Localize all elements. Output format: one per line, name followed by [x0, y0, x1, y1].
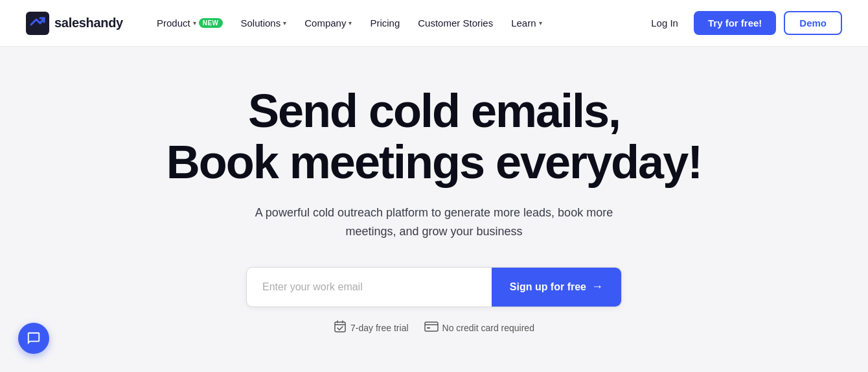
- nav-solutions-label: Solutions: [241, 17, 281, 29]
- hero-subtitle: A powerful cold outreach platform to gen…: [240, 203, 628, 241]
- nav-right: Log In Try for free! Demo: [643, 11, 842, 35]
- nav-item-customer-stories[interactable]: Customer Stories: [410, 12, 501, 34]
- try-free-button[interactable]: Try for free!: [694, 11, 776, 35]
- nav-links: Product ▾ NEW Solutions ▾ Company ▾ Pric…: [149, 12, 643, 34]
- svg-rect-2: [425, 322, 438, 331]
- navbar: saleshandy Product ▾ NEW Solutions ▾ Com…: [0, 0, 868, 47]
- no-card-badge: No credit card required: [424, 321, 534, 335]
- nav-item-company[interactable]: Company ▾: [297, 12, 360, 34]
- new-badge: NEW: [199, 18, 223, 28]
- signup-label: Sign up for free: [510, 281, 586, 293]
- trial-badge: 7-day free trial: [334, 320, 408, 336]
- trust-badges: 7-day free trial No credit card required: [334, 320, 534, 336]
- nav-company-label: Company: [304, 17, 346, 29]
- hero-title-line2: Book meetings everyday!: [166, 136, 702, 188]
- logo-text: saleshandy: [54, 16, 123, 30]
- svg-rect-0: [26, 12, 49, 35]
- nav-product-label: Product: [157, 17, 190, 29]
- demo-button[interactable]: Demo: [784, 11, 842, 35]
- no-card-badge-text: No credit card required: [442, 323, 534, 333]
- chevron-down-icon: ▾: [348, 19, 352, 27]
- svg-rect-3: [427, 327, 430, 329]
- chat-button[interactable]: [18, 323, 49, 354]
- arrow-icon: →: [591, 280, 603, 294]
- nav-item-pricing[interactable]: Pricing: [362, 12, 407, 34]
- email-input[interactable]: [247, 268, 492, 307]
- nav-item-learn[interactable]: Learn ▾: [503, 12, 549, 34]
- chevron-down-icon: ▾: [283, 19, 286, 27]
- nav-pricing-label: Pricing: [370, 17, 400, 29]
- logo[interactable]: saleshandy: [26, 12, 123, 35]
- hero-title: Send cold emails, Book meetings everyday…: [166, 86, 702, 188]
- chevron-down-icon: ▾: [193, 19, 196, 27]
- calendar-icon: [334, 320, 347, 336]
- hero-section: Send cold emails, Book meetings everyday…: [0, 47, 868, 369]
- nav-item-product[interactable]: Product ▾ NEW: [149, 12, 231, 34]
- email-form: Sign up for free →: [246, 267, 622, 307]
- trial-badge-text: 7-day free trial: [350, 323, 408, 333]
- login-button[interactable]: Log In: [643, 12, 686, 34]
- signup-button[interactable]: Sign up for free →: [492, 268, 621, 307]
- hero-title-line1: Send cold emails,: [248, 85, 620, 137]
- nav-item-solutions[interactable]: Solutions ▾: [233, 12, 295, 34]
- svg-rect-1: [335, 322, 345, 332]
- nav-learn-label: Learn: [511, 17, 536, 29]
- nav-customer-stories-label: Customer Stories: [418, 17, 493, 29]
- credit-card-icon: [424, 321, 439, 335]
- chevron-down-icon: ▾: [539, 19, 542, 27]
